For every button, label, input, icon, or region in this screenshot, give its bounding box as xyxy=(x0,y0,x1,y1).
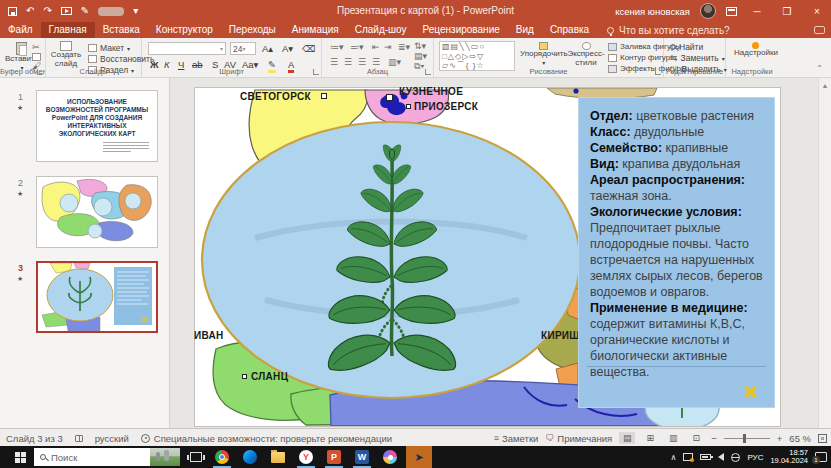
map-label-kirishi[interactable]: КИРИШ xyxy=(541,330,580,341)
powerpoint-taskbar-button[interactable]: P xyxy=(324,446,344,468)
start-button[interactable] xyxy=(8,446,32,468)
normal-view-button[interactable]: ▤ xyxy=(619,432,635,444)
align-right-icon[interactable]: ☰ xyxy=(358,57,366,67)
qat-customize-box[interactable] xyxy=(98,7,124,16)
replace-button[interactable]: ⇆Заменить▾ xyxy=(670,53,725,63)
notification-center-icon[interactable] xyxy=(815,452,827,462)
map-label-kuznechnoe[interactable]: КУЗНЕЧНОЕ xyxy=(399,86,463,97)
new-slide-button[interactable]: Создать слайд xyxy=(48,41,84,68)
align-center-icon[interactable]: ☰ xyxy=(344,57,352,67)
graphics-app-taskbar-button[interactable] xyxy=(380,446,400,468)
info-close-x-button[interactable] xyxy=(743,384,758,399)
tab-design[interactable]: Конструктор xyxy=(148,22,221,38)
zoom-in-button[interactable]: + xyxy=(777,433,783,444)
minimize-button[interactable]: ─ xyxy=(747,6,767,17)
map-marker-kuznechnoe[interactable] xyxy=(386,94,393,101)
slide-1-thumbnail[interactable]: ИСПОЛЬЗОВАНИЕ ВОЗМОЖНОСТЕЙ ПРОГРАММЫ Pow… xyxy=(36,90,158,162)
qat-dropdown-icon[interactable]: ▾ xyxy=(133,6,138,16)
restore-button[interactable]: ❐ xyxy=(777,6,797,17)
collapse-ribbon-icon[interactable]: ⌃ xyxy=(816,64,823,73)
clipboard-dialog-launcher[interactable] xyxy=(37,69,43,75)
decrease-indent-icon[interactable]: ⇤ xyxy=(372,42,380,52)
battery-icon[interactable] xyxy=(700,454,711,460)
align-left-icon[interactable]: ☰ xyxy=(330,57,338,67)
display-tray-icon[interactable] xyxy=(683,453,693,461)
comments-toggle[interactable]: 🗨Примечания xyxy=(545,433,612,444)
clear-format-icon[interactable]: ⌫ xyxy=(302,43,315,54)
tab-insert[interactable]: Вставка xyxy=(95,22,148,38)
tell-me-box[interactable]: Что вы хотите сделать? xyxy=(597,22,740,38)
tab-help[interactable]: Справка xyxy=(542,22,597,38)
yandex-taskbar-button[interactable]: Y xyxy=(296,446,316,468)
ribbon-display-options-icon[interactable] xyxy=(726,7,737,16)
word-taskbar-button[interactable]: W xyxy=(352,446,372,468)
tab-slideshow[interactable]: Слайд-шоу xyxy=(347,22,415,38)
chrome-taskbar-button[interactable] xyxy=(212,446,232,468)
font-size-combo[interactable]: 24▾ xyxy=(230,42,256,55)
numbering-icon[interactable]: ≕▾ xyxy=(350,42,364,52)
reading-view-button[interactable]: ▥ xyxy=(665,432,681,444)
slideshow-view-button[interactable]: ⊡ xyxy=(688,432,704,444)
notes-toggle[interactable]: ≡Заметки xyxy=(494,433,539,444)
increase-indent-icon[interactable]: ⇥ xyxy=(384,42,392,52)
edge-taskbar-button[interactable] xyxy=(240,446,260,468)
accessibility-checker[interactable]: Специальные возможности: проверьте реком… xyxy=(141,433,392,444)
undo-icon[interactable]: ↶ xyxy=(26,6,34,16)
keyboard-language[interactable]: РУС xyxy=(747,453,763,462)
arrange-button[interactable]: Упорядочить▾ xyxy=(520,42,568,67)
scroll-up-icon[interactable]: ▲ xyxy=(819,78,831,89)
feedback-icon[interactable] xyxy=(814,26,825,34)
map-marker-priozersk[interactable] xyxy=(406,104,411,109)
grow-font-icon[interactable]: A▴ xyxy=(262,43,273,54)
network-icon[interactable] xyxy=(731,453,740,462)
layout-button[interactable]: Макет▾ xyxy=(88,43,130,53)
tab-file[interactable]: Файл xyxy=(0,22,41,38)
justify-icon[interactable]: ☰ xyxy=(372,57,380,67)
font-dialog-launcher[interactable] xyxy=(313,69,319,75)
taskbar-search-box[interactable]: Поиск xyxy=(34,448,180,466)
start-slideshow-icon[interactable] xyxy=(61,7,72,15)
tab-transitions[interactable]: Переходы xyxy=(221,22,284,38)
active-app-taskbar-button[interactable]: ➤ xyxy=(406,446,432,468)
drawing-dialog-launcher[interactable] xyxy=(655,69,661,75)
zoom-slider-thumb[interactable] xyxy=(743,434,746,443)
tab-view[interactable]: Вид xyxy=(508,22,542,38)
map-marker-slantsy[interactable] xyxy=(242,374,247,379)
search-highlight-image[interactable] xyxy=(150,448,180,466)
slide-3-thumbnail[interactable] xyxy=(36,261,158,333)
paragraph-dialog-launcher[interactable] xyxy=(425,69,431,75)
tab-review[interactable]: Рецензирование xyxy=(415,22,508,38)
fit-to-window-icon[interactable] xyxy=(818,434,827,443)
map-label-slantsy[interactable]: СЛАНЦ xyxy=(251,371,288,382)
quick-styles-button[interactable]: Экспресс-стили xyxy=(566,42,606,67)
addins-button[interactable]: Надстройки xyxy=(734,42,778,58)
slide-2-thumbnail[interactable] xyxy=(36,176,158,248)
clock[interactable]: 18:57 19.04.2024 xyxy=(770,449,808,466)
columns-icon[interactable]: ▥▾ xyxy=(388,57,401,67)
avatar[interactable] xyxy=(700,3,716,19)
task-view-button[interactable] xyxy=(186,446,206,468)
shrink-font-icon[interactable]: A▾ xyxy=(282,43,293,54)
text-direction-icon[interactable]: ⇅▾ xyxy=(414,41,426,51)
current-slide[interactable]: СВЕТОГОРСК КУЗНЕЧНОЕ ПРИОЗЕРСК ИВАН СЛАН… xyxy=(195,88,780,426)
vertical-scrollbar[interactable]: ▲ xyxy=(818,78,831,428)
touch-mode-icon[interactable]: ✎ xyxy=(81,6,89,16)
map-label-svetogorsk[interactable]: СВЕТОГОРСК xyxy=(240,91,311,102)
zoom-level[interactable]: 65 % xyxy=(789,433,811,444)
map-label-ivangorod[interactable]: ИВАН xyxy=(194,330,224,341)
tab-home[interactable]: Главная xyxy=(41,22,95,38)
save-icon[interactable] xyxy=(8,7,17,16)
show-hidden-icons-chevron[interactable]: ∧ xyxy=(671,453,677,462)
find-button[interactable]: Найти xyxy=(670,42,703,52)
file-explorer-taskbar-button[interactable] xyxy=(268,446,288,468)
line-spacing-icon[interactable]: ≣▾ xyxy=(398,42,410,52)
cut-icon[interactable]: ✂ xyxy=(32,42,40,52)
zoom-out-button[interactable]: − xyxy=(711,433,717,444)
map-marker-svetogorsk[interactable] xyxy=(321,93,327,99)
zoom-slider[interactable] xyxy=(724,438,770,439)
tab-animations[interactable]: Анимация xyxy=(284,22,347,38)
close-button[interactable]: × xyxy=(807,6,827,17)
redo-icon[interactable]: ↷ xyxy=(43,6,51,16)
account-name[interactable]: ксения юновская xyxy=(615,6,690,17)
slide-sorter-view-button[interactable]: ⊞ xyxy=(642,432,658,444)
